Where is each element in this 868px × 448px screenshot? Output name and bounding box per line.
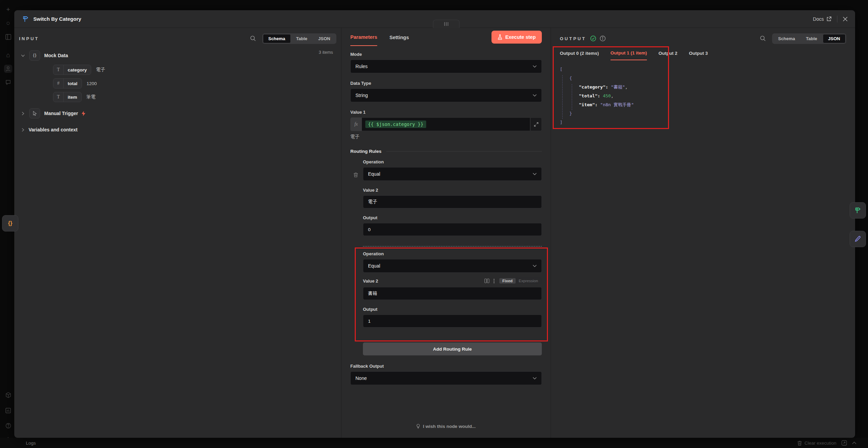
chevron-down-icon[interactable] <box>19 54 27 57</box>
tab-output-0[interactable]: Output 0 (2 items) <box>560 47 599 60</box>
variables-label: Variables and context <box>29 127 78 132</box>
switch-node-shortcut-button[interactable] <box>850 202 866 219</box>
panel-drag-handle[interactable] <box>433 20 460 28</box>
chevron-down-icon <box>533 65 537 68</box>
chevron-down-icon <box>533 377 537 380</box>
home-icon[interactable]: ⌂ <box>4 51 12 59</box>
operation-select[interactable]: Equal <box>363 259 542 273</box>
help-icon[interactable] <box>4 421 12 430</box>
input-items-count: 3 items <box>319 50 333 55</box>
chevron-right-icon[interactable] <box>19 128 27 132</box>
input-panel: INPUT Schema Table JSON 3 items {} Mock <box>14 28 341 438</box>
delete-rule-icon[interactable] <box>353 172 358 177</box>
info-icon[interactable] <box>600 35 606 42</box>
operation-select[interactable]: Equal <box>363 167 542 181</box>
fx-icon: fx <box>350 117 362 131</box>
schema-preview-button[interactable]: {} <box>2 215 18 231</box>
mode-label: Mode <box>350 52 542 57</box>
success-check-icon <box>590 35 596 42</box>
switch-node-icon <box>22 15 29 23</box>
mode-select[interactable]: Rules <box>350 60 542 73</box>
node-title[interactable]: Switch By Category <box>33 16 81 22</box>
tab-settings[interactable]: Settings <box>389 29 409 46</box>
more-options-icon[interactable] <box>493 279 495 283</box>
flask-icon <box>498 34 502 40</box>
tree-field-item[interactable]: T item 筆電 <box>19 92 336 102</box>
operation-label: Operation <box>363 159 542 164</box>
add-node-icon[interactable]: + <box>4 5 12 14</box>
tab-output-table[interactable]: Table <box>801 34 823 43</box>
mock-data-label: Mock Data <box>44 53 68 58</box>
edit-node-button[interactable] <box>850 231 866 247</box>
tab-output-json[interactable]: JSON <box>823 34 846 43</box>
toggle-expression[interactable]: Expression <box>516 278 541 284</box>
tree-node-manual-trigger[interactable]: Manual Trigger <box>19 108 336 118</box>
value1-expression-input[interactable]: fx {{ $json.category }} <box>350 117 542 131</box>
user-icon[interactable] <box>4 65 12 73</box>
close-icon[interactable] <box>843 17 848 21</box>
tab-input-json[interactable]: JSON <box>313 34 336 43</box>
output-label: Output <box>363 307 542 312</box>
trash-icon <box>797 441 802 446</box>
open-expression-editor-icon[interactable] <box>530 117 542 131</box>
output-label: Output <box>363 215 542 220</box>
circle-icon[interactable]: ○ <box>4 19 12 27</box>
tree-node-mock-data[interactable]: {} Mock Data <box>19 50 336 61</box>
fixed-expression-toggle: Fixed Expression <box>499 277 542 284</box>
output-input[interactable]: 0 <box>363 223 542 236</box>
cursor-icon <box>30 108 40 118</box>
search-icon[interactable] <box>760 35 766 42</box>
execute-step-button[interactable]: Execute step <box>491 31 542 44</box>
routing-rules-heading: Routing Rules <box>350 149 382 154</box>
chevron-down-icon <box>533 265 537 267</box>
clear-execution-button[interactable]: Clear execution <box>797 441 836 446</box>
external-link-icon <box>827 16 832 21</box>
output-panel: OUTPUT Schema Table JSON Output 0 (2 ite… <box>551 28 855 438</box>
output-input[interactable]: 1 <box>363 315 542 327</box>
logs-bar: Logs Clear execution <box>0 438 868 448</box>
braces-icon: {} <box>30 50 40 61</box>
tree-field-total[interactable]: # total 1200 <box>19 78 336 89</box>
tab-output-3[interactable]: Output 3 <box>689 47 708 60</box>
panel-icon[interactable] <box>4 33 12 41</box>
tree-field-category[interactable]: T category 電子 <box>19 65 336 75</box>
switch-icon <box>854 207 862 214</box>
output-panel-title: OUTPUT <box>560 36 586 41</box>
divider <box>386 151 542 151</box>
node-feedback-link[interactable]: I wish this node would... <box>341 424 551 429</box>
tree-node-variables[interactable]: Variables and context <box>19 125 336 135</box>
data-type-select[interactable]: String <box>350 89 542 102</box>
tab-parameters[interactable]: Parameters <box>350 28 377 46</box>
field-value: 1200 <box>87 81 97 86</box>
fallback-output-select[interactable]: None <box>350 371 542 385</box>
expression-text[interactable]: {{ $json.category }} <box>365 121 426 128</box>
tab-input-table[interactable]: Table <box>291 34 313 43</box>
insights-icon[interactable] <box>4 406 12 415</box>
value2-input[interactable]: 書籍 <box>363 287 542 300</box>
tab-output-2[interactable]: Output 2 <box>658 47 678 60</box>
indent-guide <box>572 84 572 110</box>
toggle-fixed[interactable]: Fixed <box>499 278 516 284</box>
operation-label: Operation <box>363 251 542 256</box>
chat-icon[interactable] <box>4 78 12 86</box>
routing-rule-1: Operation Equal Value 2 電子 Output 0 <box>363 159 542 236</box>
columns-icon[interactable] <box>484 278 489 283</box>
package-icon[interactable] <box>4 391 12 399</box>
string-type-icon: T <box>53 92 64 102</box>
tab-output-1[interactable]: Output 1 (1 item) <box>611 47 647 60</box>
popout-icon[interactable] <box>841 440 847 446</box>
node-detail-view: Switch By Category Docs INPUT Schema Tab… <box>14 10 855 438</box>
add-routing-rule-button[interactable]: Add Routing Rule <box>363 342 542 355</box>
search-icon[interactable] <box>250 35 256 42</box>
output-view-switcher: Schema Table JSON <box>772 33 846 44</box>
value2-input[interactable]: 電子 <box>363 195 542 208</box>
tab-input-schema[interactable]: Schema <box>263 34 291 43</box>
logs-label[interactable]: Logs <box>26 441 36 446</box>
pencil-icon <box>854 236 861 242</box>
collapse-chevron-icon[interactable] <box>852 442 856 444</box>
docs-link[interactable]: Docs <box>813 16 832 22</box>
chevron-right-icon[interactable] <box>19 112 27 115</box>
value2-label: Value 2 <box>363 188 542 193</box>
manual-trigger-label: Manual Trigger <box>44 111 78 116</box>
tab-output-schema[interactable]: Schema <box>773 34 801 43</box>
